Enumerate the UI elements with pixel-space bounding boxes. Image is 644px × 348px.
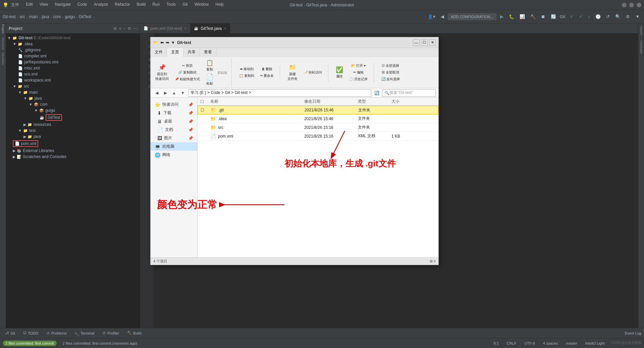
- ribbon-btn-properties[interactable]: ✅ 属性: [334, 65, 345, 80]
- fe-rtab-share[interactable]: 共享: [183, 48, 200, 57]
- tab-pomxml[interactable]: 📄 pom.xml (Git-test) ✕: [140, 23, 191, 33]
- fe-rtab-view[interactable]: 查看: [200, 48, 216, 57]
- menu-analyze[interactable]: Analyze: [93, 1, 110, 8]
- tree-item-resources[interactable]: ▶ 📁 resources: [6, 121, 140, 128]
- tree-item-gitignore[interactable]: 🔧 .gitignore: [6, 47, 140, 53]
- project-panel-settings[interactable]: ⚙: [127, 26, 131, 31]
- breadcrumb-part-5[interactable]: guigu: [65, 14, 74, 19]
- fe-back-btn[interactable]: ◀: [153, 90, 160, 96]
- line-col[interactable]: 8:1: [492, 341, 501, 346]
- ribbon-btn-select-none[interactable]: ☒ 全部取消: [379, 69, 402, 76]
- debug-button[interactable]: 🐛: [507, 13, 516, 20]
- ribbon-btn-select-all[interactable]: ☑ 全部选择: [379, 63, 402, 69]
- fe-file-git[interactable]: ☐ 📁 .git 2021/8/26 15:46 文件夹: [198, 106, 438, 114]
- fe-recent-btn[interactable]: ▼: [179, 90, 186, 96]
- git-checkmark2[interactable]: ✓: [577, 13, 584, 20]
- ribbon-btn-new-folder[interactable]: 📁 新建 文件夹: [285, 63, 300, 82]
- tree-item-test[interactable]: ▼ 📁 test: [6, 128, 140, 134]
- more-button[interactable]: ▼: [634, 13, 641, 20]
- ribbon-btn-delete[interactable]: 🗑 删除: [258, 66, 276, 72]
- tree-root[interactable]: ▼ 📁 Git-test E:\Code\Git\Git-test: [6, 35, 140, 41]
- tree-item-guigu[interactable]: ▼ 📦 guigu: [6, 107, 140, 113]
- menu-help[interactable]: Help: [214, 1, 225, 8]
- menu-edit[interactable]: Edit: [24, 1, 34, 8]
- tree-item-java[interactable]: ▼ 📁 java: [6, 95, 140, 101]
- commit-badge[interactable]: 2 files committed: first commit: [3, 341, 57, 346]
- fe-rtab-home[interactable]: 主页: [167, 48, 183, 57]
- indent[interactable]: 4 spaces: [541, 341, 560, 346]
- minimize-button[interactable]: —: [622, 3, 627, 7]
- bt-profiler[interactable]: ⏱ Profiler: [100, 331, 121, 336]
- fe-maximize-btn[interactable]: ☐: [421, 39, 428, 46]
- breadcrumb-part-2[interactable]: main: [29, 14, 38, 19]
- fe-col-date[interactable]: 修改日期: [302, 99, 355, 104]
- menu-code[interactable]: Code: [76, 1, 89, 8]
- add-configuration-button[interactable]: ADD CONFIGURATION...: [448, 13, 496, 20]
- menu-tools[interactable]: Tools: [165, 1, 177, 8]
- encoding[interactable]: UTF-8: [523, 341, 537, 346]
- menu-view[interactable]: View: [38, 1, 50, 8]
- ribbon-btn-cut[interactable]: ✂ 剪切: [173, 63, 202, 69]
- stop-button[interactable]: ⏹: [539, 13, 547, 20]
- tree-item-compiler[interactable]: 📄 compiler.xml: [6, 53, 140, 59]
- build-button[interactable]: 🔨: [529, 13, 537, 20]
- coverage-button[interactable]: 📊: [518, 13, 527, 20]
- ribbon-btn-paste[interactable]: 📄粘贴: [204, 72, 215, 87]
- fe-up-btn[interactable]: ▲: [171, 90, 177, 96]
- search-toolbar-button[interactable]: 🔍: [613, 13, 622, 20]
- tree-item-vcs[interactable]: 📄 vcs.xml: [6, 71, 140, 77]
- fe-nav-quickaccess[interactable]: ⭐ 快速访问 📌: [151, 100, 197, 109]
- ribbon-btn-easy-access[interactable]: 📝 轻松访问: [302, 69, 324, 76]
- project-panel-layout[interactable]: ≡: [119, 26, 121, 31]
- ribbon-btn-copy-to[interactable]: 📋 复制到: [237, 73, 256, 79]
- tab-pomxml-close[interactable]: ✕: [184, 27, 187, 30]
- settings-button[interactable]: ⚙: [624, 13, 632, 20]
- ribbon-btn-invert-select[interactable]: 🔄 反向选择: [379, 76, 402, 82]
- git-checkmark1[interactable]: ✓: [568, 13, 575, 20]
- run-button[interactable]: ▶: [498, 13, 505, 20]
- ribbon-btn-open[interactable]: 📂 打开 ▾: [347, 63, 370, 69]
- fe-refresh-btn[interactable]: 🔄: [373, 90, 380, 96]
- tree-item-com[interactable]: ▼ 📦 com: [6, 101, 140, 107]
- event-log[interactable]: Event Log: [625, 331, 641, 335]
- project-sidebar-icon[interactable]: Project: [0, 26, 6, 32]
- breadcrumb-part-4[interactable]: com: [53, 14, 61, 19]
- ribbon-btn-history[interactable]: 🕐 历史记录: [347, 76, 370, 82]
- fe-forward-btn[interactable]: ▶: [162, 90, 169, 96]
- tab-gittest[interactable]: ☕ GitTest.java ✕: [191, 23, 230, 33]
- fe-col-type[interactable]: 类型: [355, 99, 389, 104]
- close-button[interactable]: ✕: [637, 3, 641, 7]
- ribbon-btn-copy-path[interactable]: 🔗 复制路径: [173, 69, 202, 76]
- rs-maven[interactable]: Maven: [639, 23, 644, 38]
- bt-git[interactable]: ⎇ Git: [3, 330, 17, 336]
- bt-build[interactable]: 🔨 Build: [125, 330, 143, 336]
- tree-item-scratches[interactable]: ▶ 📝 Scratches and Consoles: [6, 154, 140, 160]
- menu-window[interactable]: Window: [193, 1, 210, 8]
- menu-build[interactable]: Build: [136, 1, 147, 8]
- git-push[interactable]: ↑: [586, 13, 592, 20]
- tree-item-pomxml[interactable]: 📄 pom.xml: [6, 140, 140, 148]
- fe-nav-desktop[interactable]: 🖥 桌面 📌: [151, 117, 197, 126]
- fe-col-name[interactable]: 名称: [208, 99, 302, 104]
- fe-nav-thispc[interactable]: 💻 此电脑: [151, 142, 197, 151]
- tree-item-workspace[interactable]: 📄 workspace.xml: [6, 77, 140, 83]
- favorites-icon[interactable]: Favorites: [0, 56, 6, 61]
- menu-file[interactable]: 文件: [10, 1, 20, 8]
- fe-col-checkbox[interactable]: ☐: [198, 99, 208, 104]
- project-panel-minimize[interactable]: —: [133, 26, 137, 31]
- fe-rtab-file[interactable]: 文件: [151, 48, 167, 57]
- rs-database[interactable]: Database: [639, 38, 644, 56]
- fe-file-idea[interactable]: 📁 .idea 2021/8/26 15:46 文件夹: [198, 114, 438, 123]
- git-history[interactable]: 🕐: [594, 13, 602, 20]
- fe-search-box[interactable]: 🔍 搜索"Git-test": [382, 89, 436, 97]
- ribbon-btn-edit[interactable]: ✏ 编辑: [347, 69, 370, 76]
- maximize-button[interactable]: ☐: [629, 3, 634, 7]
- tree-item-idea[interactable]: ▼ 📁 .idea: [6, 41, 140, 47]
- bt-terminal[interactable]: >_ Terminal: [73, 331, 96, 336]
- fe-file-pom[interactable]: 📄 pom.xml 2021/8/26 15:16 XML 文档 1 KB: [198, 132, 438, 141]
- project-panel-sync[interactable]: ⊞: [113, 26, 117, 31]
- breadcrumb-part-0[interactable]: Git-test: [3, 14, 16, 19]
- fe-nav-network[interactable]: 🌐 网络: [151, 151, 197, 159]
- breadcrumb-part-3[interactable]: java: [42, 14, 49, 19]
- fe-close-btn[interactable]: ✕: [429, 39, 436, 46]
